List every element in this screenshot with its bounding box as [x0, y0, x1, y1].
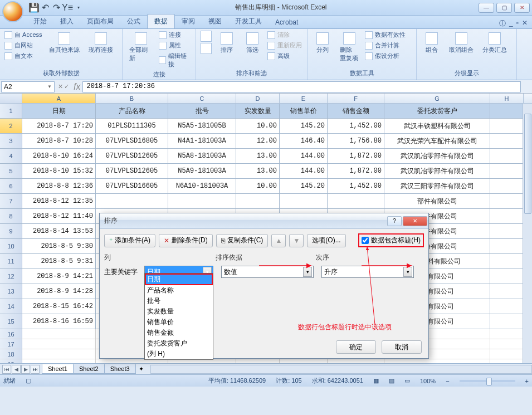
whatif-button[interactable]: 假设分析 [364, 51, 407, 61]
row-header[interactable]: 6 [0, 179, 22, 193]
dialog-close-button[interactable]: ✕ [403, 216, 427, 226]
sheet-tab[interactable]: Sheet3 [104, 364, 136, 374]
row-header[interactable]: 17 [0, 339, 22, 349]
formula-input[interactable]: 2018-8-7 17:20:36 [82, 81, 521, 92]
other-sources-button[interactable]: 自其他来源 [46, 30, 83, 56]
sort-button[interactable]: 排序 [215, 30, 238, 56]
undo-icon[interactable]: ↶ [40, 3, 50, 13]
row-header[interactable]: 14 [0, 299, 22, 314]
horizontal-scrollbar[interactable] [150, 365, 532, 374]
view-layout-icon[interactable]: ▤ [389, 377, 394, 384]
header-checkbox-label[interactable]: 数据包含标题(H) [358, 233, 424, 247]
row-header[interactable]: 11 [0, 254, 22, 268]
close-button[interactable]: ✕ [514, 3, 530, 13]
add-level-button[interactable]: ⁺添加条件(A) [104, 234, 155, 247]
sort-desc-icon[interactable] [199, 42, 213, 55]
properties-button[interactable]: 属性 [158, 41, 192, 50]
col-header-f[interactable]: F [328, 94, 384, 103]
view-break-icon[interactable]: ▭ [404, 377, 410, 384]
tab-home[interactable]: 开始 [27, 14, 53, 28]
dropdown-item[interactable]: 批号 [145, 296, 213, 306]
dialog-titlebar[interactable]: 排序 ? ✕ [100, 213, 428, 229]
clear-button[interactable]: 清除 [266, 30, 303, 40]
row-header[interactable]: 19 [0, 359, 22, 363]
row-header[interactable]: 9 [0, 224, 22, 238]
copy-level-button[interactable]: ⎘复制条件(C) [216, 234, 269, 247]
reapply-button[interactable]: 重新应用 [266, 41, 303, 50]
row-header[interactable]: 7 [0, 194, 22, 208]
ungroup-button[interactable]: 取消组合 [446, 30, 477, 56]
dialog-help-button[interactable]: ? [387, 216, 402, 226]
doc-restore-icon[interactable]: ▫ [516, 19, 519, 28]
edit-links-button[interactable]: 编辑链接 [158, 51, 192, 69]
row-header[interactable]: 8 [0, 209, 22, 223]
row-header[interactable]: 13 [0, 284, 22, 299]
sum-icon[interactable]: Y≡ [62, 3, 72, 13]
subtotal-button[interactable]: 分类汇总 [479, 30, 510, 56]
remove-dup-button[interactable]: 删除 重复项 [336, 30, 362, 65]
row-header[interactable]: 16 [0, 329, 22, 339]
save-icon[interactable]: 💾 [29, 3, 39, 13]
col-header-c[interactable]: C [168, 94, 236, 103]
col-header-a[interactable]: A [22, 94, 96, 103]
sort-order-combo[interactable]: 升序▾ [321, 266, 414, 278]
col-header-d[interactable]: D [236, 94, 280, 103]
validation-button[interactable]: 数据有效性 [364, 30, 407, 40]
row-header[interactable]: 12 [0, 269, 22, 284]
fx-icon[interactable]: fx [71, 82, 82, 92]
cancel-button[interactable]: 取消 [382, 340, 422, 354]
sheet-tab[interactable]: Sheet1 [42, 364, 74, 374]
cancel-formula-icon[interactable]: ✕ [58, 83, 63, 90]
doc-close-icon[interactable]: ✕ [522, 19, 528, 28]
sort-by-combo[interactable]: 数值▾ [221, 266, 314, 278]
vertical-scrollbar[interactable] [523, 104, 532, 363]
options-button[interactable]: 选项(O)... [307, 234, 345, 247]
maximize-button[interactable]: ▢ [496, 3, 512, 13]
from-text-button[interactable]: 自文本 [3, 51, 43, 61]
name-box[interactable]: A2▼ [1, 81, 55, 92]
col-header-g[interactable]: G [384, 94, 490, 103]
row-header[interactable]: 5 [0, 164, 22, 178]
row-header[interactable]: 15 [0, 314, 22, 329]
dropdown-item[interactable]: 产品名称 [145, 285, 213, 296]
tab-acrobat[interactable]: Acrobat [269, 16, 305, 28]
consolidate-button[interactable]: 合并计算 [364, 41, 407, 50]
zoom-out-icon[interactable]: − [446, 378, 449, 384]
next-sheet-icon[interactable]: ▶ [21, 365, 30, 374]
col-header-h[interactable]: H [490, 94, 524, 103]
zoom-in-icon[interactable]: + [525, 378, 529, 384]
dropdown-item[interactable]: (列 H) [145, 349, 213, 359]
select-all-button[interactable] [0, 94, 22, 103]
minimize-button[interactable]: ― [479, 3, 494, 13]
new-sheet-icon[interactable]: ✦ [135, 365, 147, 373]
enter-formula-icon[interactable]: ✓ [64, 83, 69, 90]
doc-min-icon[interactable]: _ [509, 19, 513, 28]
last-sheet-icon[interactable]: ⏭ [31, 365, 40, 374]
dropdown-item[interactable]: 销售金额 [145, 328, 213, 338]
redo-icon[interactable]: ↷ [51, 3, 61, 13]
delete-level-button[interactable]: ✕删除条件(D) [159, 234, 213, 247]
advanced-button[interactable]: 高级 [266, 51, 303, 61]
zoom-slider[interactable] [460, 380, 515, 382]
zoom-level[interactable]: 100% [420, 378, 436, 384]
move-up-button[interactable]: ▲ [271, 234, 286, 247]
dropdown-item[interactable]: 委托发货客户 [145, 338, 213, 349]
first-sheet-icon[interactable]: ⏮ [2, 365, 11, 374]
status-rec-icon[interactable]: ▢ [26, 377, 31, 384]
ok-button[interactable]: 确定 [336, 340, 376, 354]
dropdown-item[interactable]: 销售单价 [145, 317, 213, 328]
tab-formulas[interactable]: 公式 [120, 14, 147, 28]
filter-button[interactable]: 筛选 [241, 30, 264, 56]
header-checkbox[interactable] [362, 237, 369, 244]
prev-sheet-icon[interactable]: ◀ [12, 365, 21, 374]
tab-dev[interactable]: 开发工具 [228, 14, 269, 28]
row-header[interactable]: 18 [0, 349, 22, 359]
row-header[interactable]: 4 [0, 149, 22, 163]
tab-data[interactable]: 数据 [147, 14, 175, 28]
office-button[interactable] [2, 1, 23, 22]
tab-layout[interactable]: 页面布局 [80, 14, 120, 28]
row-header[interactable]: 3 [0, 134, 22, 148]
refresh-all-button[interactable]: 全部刷新 [126, 30, 155, 65]
group-button[interactable]: 组合 [420, 30, 443, 56]
column-dropdown[interactable]: 日期 产品名称 批号 实发数量 销售单价 销售金额 委托发货客户 (列 H) [144, 273, 213, 360]
